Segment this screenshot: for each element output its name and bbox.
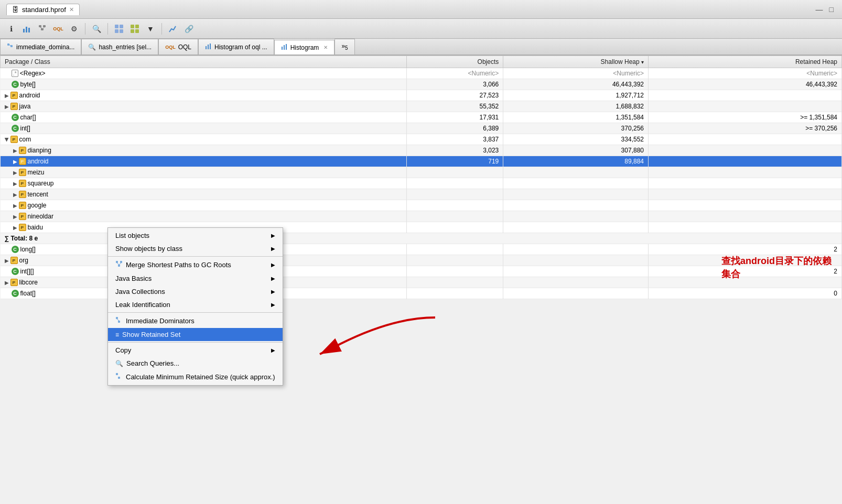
cell-objects: 17,931 [406,112,503,123]
tab-histogram-oql[interactable]: Histogram of oql ... [198,39,274,54]
cell-class: ▶ P dianping [1,145,407,156]
cell-class: ▶ P android [1,90,407,101]
info-btn[interactable]: ℹ [4,22,18,36]
cell-retained: 46,443,392 [649,79,842,90]
table-row[interactable]: ▶ P nineoldar [1,211,842,222]
cell-objects [406,266,503,277]
cell-class: C char[] [1,112,407,123]
ctx-immediate-dominators[interactable]: Immediate Dominators [108,314,283,328]
tab-immediate-domina[interactable]: immediate_domina... [0,39,81,54]
table-row[interactable]: ▶ P android 719 89,884 [1,156,842,167]
tab-label-hash-entries: hash_entries [sel... [99,43,152,51]
svg-rect-12 [131,25,134,28]
maximize-btn[interactable]: □ [829,5,834,14]
table-row[interactable]: .* <Regex> <Numeric> <Numeric> <Numeric> [1,68,842,79]
ctx-merge-shortest-paths[interactable]: Merge Shortest Paths to GC Roots ▶ [108,258,283,272]
table-row[interactable]: C char[] 17,931 1,351,584 >= 1,351,584 [1,112,842,123]
table-row[interactable]: ▶ P google [1,200,842,211]
svg-rect-9 [120,25,123,28]
cell-retained [649,255,842,266]
ctx-list-objects[interactable]: List objects ▶ [108,229,283,242]
table-row[interactable]: ▶ P squareup [1,178,842,189]
bar-chart-btn[interactable] [20,22,34,36]
cell-shallow [503,167,649,178]
cell-class: ▶ P java [1,101,407,112]
class-hierarchy-btn[interactable] [36,22,49,36]
cell-class: C int[] [1,123,407,134]
cell-class: ▶ P tencent [1,189,407,200]
link-btn[interactable]: 🔗 [182,22,196,36]
cell-shallow [503,200,649,211]
chart2-btn[interactable] [166,22,180,36]
ctx-calculate-min-retained[interactable]: Calculate Minimum Retained Size (quick a… [108,370,283,384]
cell-objects: 3,023 [406,145,503,156]
search-btn[interactable]: 🔍 [90,22,103,36]
ctx-java-basics[interactable]: Java Basics ▶ [108,272,283,285]
tab-oql[interactable]: OQL OQL [158,39,198,54]
table-row[interactable]: C int[] 6,389 370,256 >= 370,256 [1,123,842,134]
table-row[interactable]: ▶ P com 3,837 334,552 [1,134,842,145]
retained-heap-label: Retained Heap [795,58,837,65]
tab-icon-oql: OQL [165,45,176,50]
main-tab-close[interactable]: ✕ [69,6,74,13]
cell-retained [649,156,842,167]
svg-line-28 [117,263,119,265]
ctx-java-collections[interactable]: Java Collections ▶ [108,285,283,298]
cell-objects [406,200,503,211]
tab-histogram[interactable]: Histogram ✕ [274,40,335,56]
cell-class: C byte[] [1,79,407,90]
cell-objects [406,222,503,233]
svg-line-7 [44,27,45,28]
col-shallow[interactable]: Shallow Heap ▾ [503,56,649,68]
svg-rect-16 [7,43,9,46]
cell-class: ▶ P squareup [1,178,407,189]
svg-rect-19 [206,46,207,49]
ctx-sep3 [108,342,283,343]
cell-retained [649,145,842,156]
minimize-btn[interactable]: — [816,5,823,14]
cell-retained [649,222,842,233]
svg-line-32 [117,319,119,321]
ctx-leak-identification[interactable]: Leak Identification ▶ [108,298,283,311]
col-objects[interactable]: Objects [406,56,503,68]
svg-line-18 [9,45,10,46]
cell-objects: 3,066 [406,79,503,90]
cell-class: ▶ P android [1,156,407,167]
tab-hash-entries[interactable]: 🔍 hash_entries [sel... [81,39,158,54]
col-class[interactable]: Package / Class [1,56,407,68]
filter-btn[interactable] [128,22,142,36]
ctx-search-queries[interactable]: 🔍 Search Queries... [108,357,283,370]
svg-rect-24 [286,44,287,50]
ctx-show-objects-by-class[interactable]: Show objects by class ▶ [108,242,283,255]
cell-class: ▶ P google [1,200,407,211]
table-row[interactable]: ▶ P dianping 3,023 307,880 [1,145,842,156]
export-btn[interactable] [112,22,126,36]
cell-retained [649,134,842,145]
cell-shallow [503,244,649,255]
oql-btn[interactable]: OQL [51,22,65,36]
table-row[interactable]: ▶ P java 55,352 1,688,832 [1,101,842,112]
ctx-show-retained-set[interactable]: ≡ Show Retained Set [108,328,283,341]
svg-rect-4 [41,28,44,30]
settings-btn[interactable]: ⚙ [67,22,81,36]
sep1 [85,23,85,35]
cell-shallow [503,211,649,222]
title-bar: 🗄 standard.hprof ✕ — □ [0,0,842,19]
nav-dropdown-btn[interactable]: ▼ [144,22,157,36]
svg-rect-20 [208,45,209,49]
table-row[interactable]: ▶ P android 27,523 1,927,712 [1,90,842,101]
main-tab[interactable]: 🗄 standard.hprof ✕ [6,4,80,15]
cell-objects: 719 [406,156,503,167]
tab-overflow[interactable]: »5 [334,39,354,54]
col-retained[interactable]: Retained Heap [649,56,842,68]
table-row[interactable]: ▶ P tencent [1,189,842,200]
tab-close-histogram[interactable]: ✕ [323,45,328,50]
cell-retained [649,90,842,101]
svg-rect-1 [26,27,27,32]
tab-icon-histogram [281,43,288,52]
tab-label-immediate-domina: immediate_domina... [16,43,74,51]
table-row[interactable]: C byte[] 3,066 46,443,392 46,443,392 [1,79,842,90]
ctx-copy[interactable]: Copy ▶ [108,344,283,357]
table-row[interactable]: ▶ P meizu [1,167,842,178]
svg-line-29 [119,263,121,265]
